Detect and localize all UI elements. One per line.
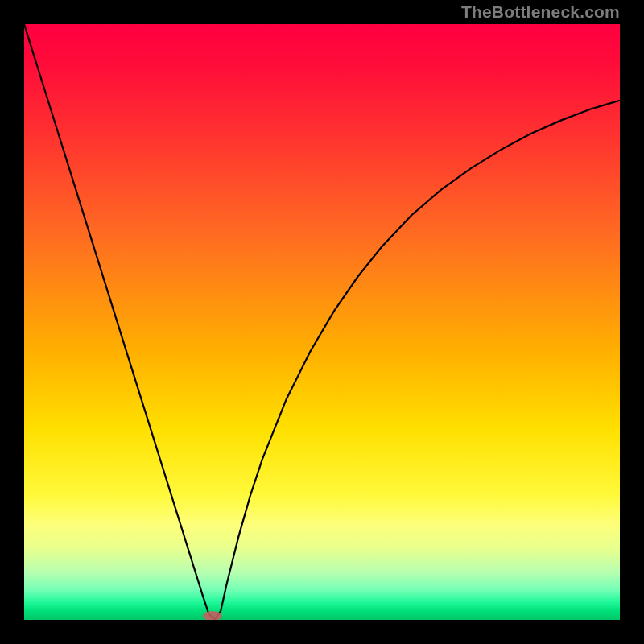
watermark-label: TheBottleneck.com — [461, 2, 620, 22]
plot-area — [24, 24, 620, 620]
chart-frame: TheBottleneck.com — [0, 0, 644, 644]
curve-svg — [24, 24, 620, 620]
bottleneck-curve — [24, 24, 620, 620]
